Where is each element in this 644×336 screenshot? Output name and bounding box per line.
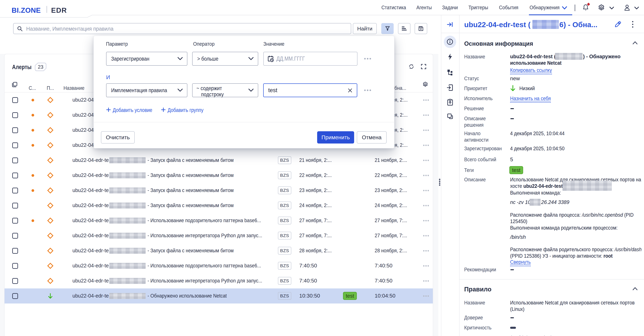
svg-text:23: 23 (38, 64, 44, 70)
